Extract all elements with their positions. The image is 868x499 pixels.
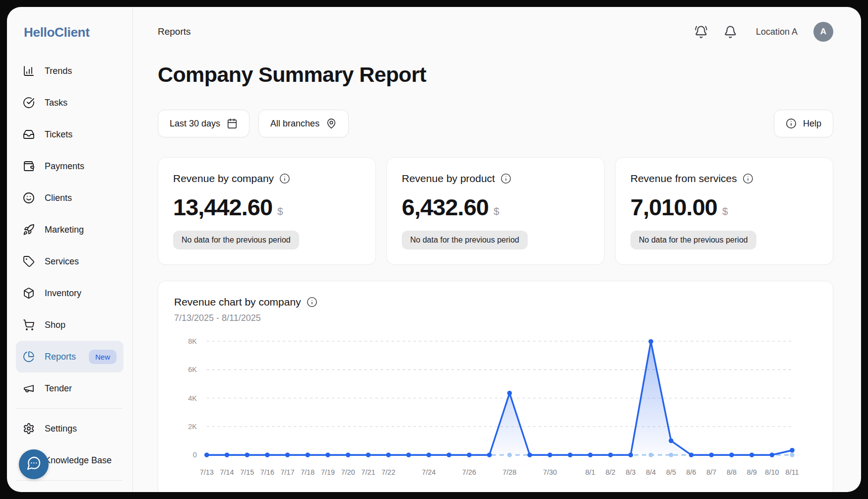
shop-icon (23, 319, 35, 331)
sidebar-item-label: Knowledge Base (45, 455, 112, 466)
sidebar-item-label: Marketing (45, 225, 84, 235)
svg-text:7/17: 7/17 (281, 468, 295, 476)
data-point (366, 452, 371, 457)
svg-text:7/26: 7/26 (462, 468, 476, 476)
help-button[interactable]: Help (774, 110, 833, 137)
data-point (790, 448, 795, 453)
data-point (507, 391, 512, 396)
avatar[interactable]: A (813, 22, 833, 42)
data-point (749, 452, 754, 457)
data-point (346, 452, 351, 457)
svg-text:7/20: 7/20 (341, 468, 355, 476)
data-point (548, 452, 553, 457)
sidebar-item-settings[interactable]: Settings (16, 413, 124, 444)
svg-text:7/14: 7/14 (220, 468, 234, 476)
info-icon[interactable] (500, 173, 511, 184)
payments-icon (23, 160, 35, 172)
chart-date-range: 7/13/2025 - 8/11/2025 (174, 313, 817, 323)
branch-filter-label: All branches (270, 119, 319, 129)
sidebar-item-label: Settings (45, 424, 77, 434)
settings-icon (23, 423, 35, 435)
data-point (487, 452, 492, 457)
sidebar-item-services[interactable]: Services (16, 246, 124, 277)
sidebar-item-label: Services (45, 256, 79, 267)
tasks-icon (23, 97, 35, 109)
data-point (527, 452, 532, 457)
sidebar-item-tickets[interactable]: Tickets (16, 119, 124, 150)
data-point (568, 452, 573, 457)
svg-text:2K: 2K (188, 423, 197, 431)
data-point (467, 452, 472, 457)
svg-text:8/11: 8/11 (786, 468, 799, 476)
sidebar-item-clients[interactable]: Clients (16, 182, 124, 214)
sidebar-divider (17, 408, 123, 409)
sidebar-item-tasks[interactable]: Tasks (16, 87, 124, 119)
sidebar-item-label: Payments (45, 161, 84, 172)
svg-text:8/5: 8/5 (666, 468, 676, 476)
svg-text:8/10: 8/10 (765, 468, 779, 476)
services-icon (23, 255, 35, 267)
info-icon[interactable] (743, 173, 753, 184)
svg-text:4K: 4K (188, 394, 197, 402)
svg-text:7/16: 7/16 (260, 468, 274, 476)
svg-text:8/2: 8/2 (606, 468, 616, 476)
sidebar-item-label: Shop (45, 320, 65, 330)
data-point (406, 452, 411, 457)
svg-text:7/19: 7/19 (321, 468, 335, 476)
sidebar-item-trends[interactable]: Trends (16, 55, 124, 87)
sidebar-item-label: Reports (45, 352, 76, 362)
sidebar-item-tender[interactable]: Tender (16, 373, 124, 404)
chat-fab-button[interactable] (19, 449, 49, 479)
previous-period-note: No data for the previous period (630, 231, 756, 250)
tickets-icon (23, 128, 35, 140)
svg-text:7/18: 7/18 (301, 468, 314, 476)
sidebar-item-label: Tender (45, 383, 72, 394)
data-point (446, 452, 451, 457)
tender-icon (23, 382, 35, 394)
sidebar-item-shop[interactable]: Shop (16, 309, 124, 341)
bell-icon[interactable] (724, 25, 737, 39)
svg-text:8/4: 8/4 (646, 468, 656, 476)
main-content: Reports (133, 7, 861, 492)
svg-text:8/7: 8/7 (706, 468, 716, 476)
bell-ring-icon[interactable] (694, 25, 708, 39)
filter-row: Last 30 days All branches (158, 110, 833, 137)
calendar-icon (227, 118, 238, 129)
currency-symbol: $ (722, 205, 728, 219)
sidebar-item-payments[interactable]: Payments (16, 150, 124, 182)
info-icon[interactable] (307, 297, 317, 308)
svg-text:0: 0 (193, 451, 197, 459)
svg-text:8/1: 8/1 (585, 468, 595, 476)
sidebar-item-reports[interactable]: ReportsNew (16, 341, 124, 373)
location-selector[interactable]: Location A (756, 27, 798, 37)
trends-icon (23, 65, 35, 77)
info-icon[interactable] (279, 173, 290, 184)
svg-text:6K: 6K (188, 366, 197, 374)
card-value: 7,010.00 (630, 195, 717, 219)
revenue-by-product-card: Revenue by product 6,432.60 $ No data fo… (386, 157, 605, 265)
date-range-button[interactable]: Last 30 days (158, 110, 249, 137)
metric-cards-row: Revenue by company 13,442.60 $ No data f… (158, 157, 833, 265)
branch-filter-button[interactable]: All branches (258, 110, 349, 137)
svg-text:7/13: 7/13 (200, 468, 214, 476)
card-title: Revenue from services (630, 173, 737, 185)
help-label: Help (803, 119, 821, 129)
data-point (628, 452, 633, 457)
page-title: Company Summary Report (158, 62, 833, 87)
data-point (729, 452, 734, 457)
data-point (285, 452, 290, 457)
svg-text:7/15: 7/15 (240, 468, 254, 476)
data-point (689, 452, 694, 457)
svg-text:8/6: 8/6 (686, 468, 696, 476)
data-point (588, 452, 593, 457)
data-point (709, 452, 714, 457)
svg-text:7/30: 7/30 (543, 468, 557, 476)
sidebar-item-inventory[interactable]: Inventory (16, 277, 124, 309)
chat-bubble-icon (26, 455, 42, 473)
sidebar-item-marketing[interactable]: Marketing (16, 214, 124, 246)
app-window: HelloClient TrendsTasksTicketsPaymentsCl… (7, 7, 861, 492)
svg-text:8K: 8K (188, 337, 197, 345)
data-point (770, 452, 775, 457)
card-title: Revenue by product (402, 173, 495, 185)
currency-symbol: $ (277, 205, 283, 219)
